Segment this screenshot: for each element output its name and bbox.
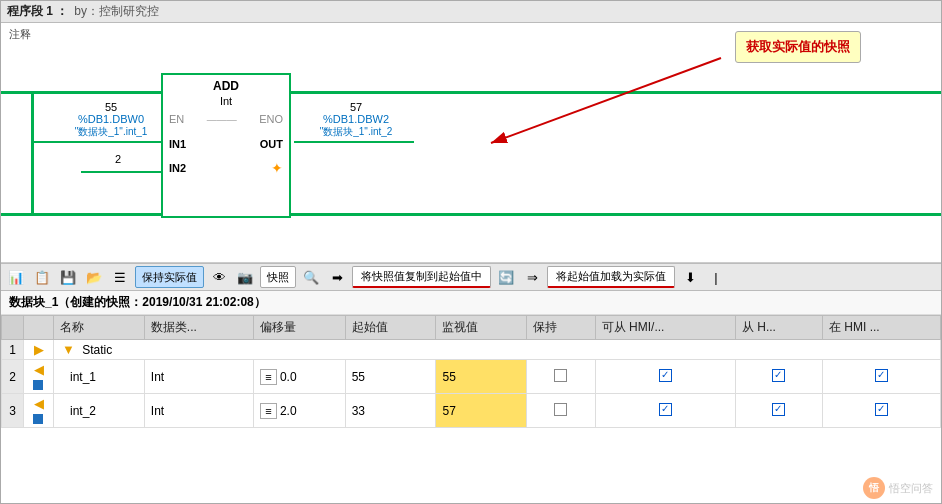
row-2-name: int_1 [54,360,145,394]
row-2-hmi1[interactable] [595,360,735,394]
toolbar-btn-10[interactable]: 🔄 [495,266,517,288]
row-1-static: ▼ Static [54,340,941,360]
top-rail [1,91,941,94]
row-2-start[interactable]: 55 [345,360,436,394]
toolbar-btn-8[interactable]: 🔍 [300,266,322,288]
wire-in2 [81,171,161,173]
row-3-icon: ◀ [24,394,54,428]
add-block: ADD Int EN ——— ENO IN1 OUT IN2 ✦ [161,73,291,218]
table-row[interactable]: 3 ◀ int_2 Int ≡ 2.0 33 57 [2,394,941,428]
data-table: 名称 数据类... 偏移量 起始值 监视值 保持 可从 HMI/... 从 H.… [1,315,941,428]
copy-to-start-btn[interactable]: 将快照值复制到起始值中 [352,266,491,288]
row-3-type: Int [144,394,253,428]
var-type-icon-2 [33,414,43,424]
out-label: OUT [260,138,283,150]
hmi1-checkbox-2[interactable] [659,369,672,382]
static-folder-icon: ▼ [62,342,75,357]
en-label: EN [169,113,184,125]
row-2-offset: ≡ 0.0 [254,360,346,394]
in1-label: IN1 [169,138,186,150]
row-1-num: 1 [2,340,24,360]
eno-label: ENO [259,113,283,125]
row-3-hmi3[interactable] [823,394,941,428]
row-3-start[interactable]: 33 [345,394,436,428]
col-type: 数据类... [144,316,253,340]
row-1-icon: ▶ [24,340,54,360]
ladder-diagram: 注释 ADD Int EN ——— ENO IN1 OUT IN2 [1,23,941,263]
col-offset: 偏移量 [254,316,346,340]
col-start: 起始值 [345,316,436,340]
hmi3-checkbox-2[interactable] [875,369,888,382]
svg-line-1 [491,58,721,143]
toolbar-btn-1[interactable]: 📊 [5,266,27,288]
col-hmi1: 可从 HMI/... [595,316,735,340]
row-3-num: 3 [2,394,24,428]
watermark: 悟 悟空问答 [863,477,933,499]
row-3-monitor: 57 [436,394,527,428]
var-out-value: 57 [301,101,411,113]
col-num [2,316,24,340]
wire-out [294,141,414,143]
data-table-area: 数据块_1（创建的快照：2019/10/31 21:02:08） 名称 数据类.… [1,291,941,503]
table-title: 数据块_1（创建的快照：2019/10/31 21:02:08） [1,291,941,315]
row-2-hmi2[interactable] [735,360,822,394]
hmi3-checkbox-3[interactable] [875,403,888,416]
segment-title: 程序段 1 ： [7,3,68,20]
toolbar-btn-7[interactable]: 📷 [234,266,256,288]
toolbar-btn-12[interactable]: ⬇ [679,266,701,288]
var-out-addr: %DB1.DBW2 [301,113,411,125]
toolbar-btn-2[interactable]: 📋 [31,266,53,288]
snapshot-btn[interactable]: 快照 [260,266,296,288]
var-out-group: 57 %DB1.DBW2 "数据块_1".int_2 [301,101,411,139]
wire-in1 [34,141,161,143]
row-2-hmi3[interactable] [823,360,941,394]
toolbar-btn-4[interactable]: 📂 [83,266,105,288]
row-3-name: int_2 [54,394,145,428]
var-in1-group: 55 %DB1.DBW0 "数据块_1".int_1 [61,101,161,139]
bottom-rail [1,213,941,216]
row-2-icon: ◀ [24,360,54,394]
col-hmi3: 在 HMI ... [823,316,941,340]
row-3-hmi1[interactable] [595,394,735,428]
row-3-hmi2[interactable] [735,394,822,428]
row-2-monitor: 55 [436,360,527,394]
col-hold: 保持 [527,316,596,340]
toolbar-btn-11[interactable]: ⇒ [521,266,543,288]
toolbar: 📊 📋 💾 📂 ☰ 保持实际值 👁 📷 快照 🔍 ➡ 将快照值复制到起始值中 🔄… [1,263,941,291]
toolbar-btn-6[interactable]: 👁 [208,266,230,288]
static-label: Static [82,343,112,357]
watermark-text: 悟空问答 [889,481,933,496]
hmi2-checkbox-3[interactable] [772,403,785,416]
block-type-label: Int [220,95,232,107]
hold-checkbox-2[interactable] [554,369,567,382]
row-2-type: Int [144,360,253,394]
load-as-actual-btn[interactable]: 将起始值加载为实际值 [547,266,675,288]
var-in2-group: 2 [61,153,121,165]
col-monitor: 监视值 [436,316,527,340]
col-icon [24,316,54,340]
var-out-name: "数据块_1".int_2 [301,125,411,139]
col-name: 名称 [54,316,145,340]
var-in1-value: 55 [61,101,161,113]
var-in1-addr: %DB1.DBW0 [61,113,161,125]
hmi2-checkbox-2[interactable] [772,369,785,382]
table-row: 1 ▶ ▼ Static [2,340,941,360]
row-3-hold[interactable] [527,394,596,428]
col-hmi2: 从 H... [735,316,822,340]
left-rail [31,91,34,213]
row-2-num: 2 [2,360,24,394]
toolbar-btn-13[interactable]: | [705,266,727,288]
hold-checkbox-3[interactable] [554,403,567,416]
hold-actual-btn[interactable]: 保持实际值 [135,266,204,288]
var-in1-name: "数据块_1".int_1 [61,125,161,139]
watermark-logo: 悟 [863,477,885,499]
tooltip-box: 获取实际值的快照 [735,31,861,63]
toolbar-btn-5[interactable]: ☰ [109,266,131,288]
toolbar-btn-9[interactable]: ➡ [326,266,348,288]
toolbar-btn-3[interactable]: 💾 [57,266,79,288]
hmi1-checkbox-3[interactable] [659,403,672,416]
var-type-icon [33,380,43,390]
by-label: by：控制研究控 [74,3,159,20]
table-row[interactable]: 2 ◀ int_1 Int ≡ 0.0 55 55 [2,360,941,394]
row-2-hold[interactable] [527,360,596,394]
